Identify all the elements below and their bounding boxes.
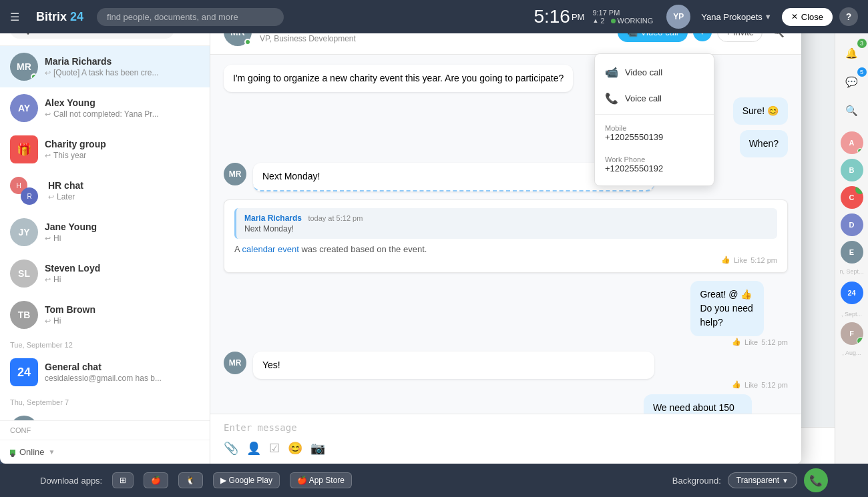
- phone-call-btn[interactable]: 📞: [804, 468, 828, 492]
- calendar-event-link[interactable]: calendar event: [242, 244, 299, 254]
- online-dot: ●: [10, 450, 15, 455]
- chat-item-charity-group[interactable]: 🎁 Charity group ↩ This year: [0, 129, 210, 170]
- right-date-label-3: , Aug...: [842, 350, 861, 356]
- chat-item-hr-chat[interactable]: H R HR chat ↩ Later: [0, 170, 210, 211]
- online-indicator: [31, 73, 37, 80]
- chat-name-jane: Jane Young: [45, 221, 200, 232]
- chat-preview: cesidalessio@gmail.com has b...: [45, 374, 200, 383]
- chat-item-maria-richards[interactable]: MR Maria Richards ↩ [Quote] A task has b…: [0, 46, 210, 87]
- windows-app-btn[interactable]: ⊞: [112, 472, 134, 488]
- right-chat-icon[interactable]: 💬 5: [839, 69, 865, 95]
- right-avatar-4[interactable]: D: [841, 213, 863, 236]
- chat-item-workgroup-faq[interactable]: WF Workgroup: "FAQ" Francesco D'Alessio …: [0, 409, 210, 420]
- reply-icon: ↩: [45, 110, 51, 119]
- bottom-bar: Download apps: ⊞ 🍎 🐧 ▶ Google Play 🍎 App…: [0, 464, 868, 497]
- right-bitrix24-icon[interactable]: 24: [839, 280, 865, 306]
- chat-name: HR chat: [48, 180, 200, 191]
- right-notifications-icon[interactable]: 🔔 3: [839, 40, 865, 67]
- user-dropdown-icon[interactable]: ▼: [765, 13, 772, 21]
- app-store-btn[interactable]: 🍎 App Store: [290, 472, 352, 488]
- right-search-icon[interactable]: 🔍: [839, 97, 865, 124]
- like-button-1[interactable]: Like: [734, 256, 747, 264]
- like-row-7: 👍 Like 5:12 pm: [253, 380, 788, 389]
- chat-item-steven-loyd[interactable]: SL Steven Loyd ↩ Hi: [0, 253, 210, 294]
- reply-icon: ↩: [45, 69, 51, 77]
- transparent-button[interactable]: Transparent ▼: [728, 472, 797, 488]
- chat-name: Tom Brown: [45, 304, 200, 315]
- global-search-input[interactable]: [97, 8, 284, 26]
- chevron-down-icon: ▼: [782, 477, 789, 484]
- message-time-6: 5:12 pm: [761, 338, 788, 346]
- message-input[interactable]: [224, 422, 788, 433]
- search-right-icon: 🔍: [845, 105, 858, 117]
- message-text: When?: [749, 138, 779, 149]
- chat-info-tom: Tom Brown ↩ Hi: [45, 304, 200, 326]
- attach-icon[interactable]: 📎: [224, 441, 238, 456]
- notifications-badge: 3: [857, 39, 867, 48]
- chat-name: General chat: [45, 362, 200, 372]
- online-dot: [857, 148, 863, 153]
- app-store-icon: 🍎 App Store: [297, 476, 345, 485]
- help-button[interactable]: ?: [839, 7, 858, 26]
- notification-time: 9:17 PM: [592, 9, 653, 17]
- like-button-6[interactable]: Like: [744, 338, 758, 346]
- mention-icon[interactable]: 👤: [246, 441, 261, 456]
- chat-info-hr: HR chat ↩ Later: [48, 180, 200, 201]
- chat-preview: ↩ Call not completed: Yana Pr...: [45, 109, 200, 119]
- checklist-icon[interactable]: ☑: [269, 441, 280, 456]
- close-x-icon: ✕: [791, 12, 798, 21]
- chat-info-charity: Charity group ↩ This year: [45, 139, 200, 160]
- chat-item-tom-brown[interactable]: TB Tom Brown ↩ Hi: [0, 294, 210, 336]
- right-avatar-3[interactable]: C: [841, 186, 863, 209]
- thumbs-icon: 👍: [732, 338, 741, 346]
- call-dropdown-menu: 📹 Video call 📞 Voice call Mobile +120255…: [594, 53, 714, 186]
- chat-item-general[interactable]: 24 General chat cesidalessio@gmail.com h…: [0, 352, 210, 393]
- right-avatar-2[interactable]: B: [841, 159, 863, 181]
- close-button[interactable]: ✕ Close: [782, 8, 833, 26]
- dropdown-divider: [595, 114, 714, 115]
- apple-app-btn[interactable]: 🍎: [144, 472, 168, 488]
- image-icon[interactable]: 📷: [310, 441, 325, 456]
- message-text: Next Monday!: [262, 171, 320, 181]
- right-avatar-5[interactable]: E: [841, 241, 863, 264]
- chat-avatar-alex: AY: [10, 94, 38, 122]
- thumbs-icon: 👍: [721, 256, 730, 264]
- google-play-btn[interactable]: ▶ Google Play: [213, 472, 280, 488]
- menu-icon[interactable]: ☰: [10, 11, 19, 23]
- right-avatar-6[interactable]: F: [841, 322, 863, 345]
- chat-avatar-general: 24: [10, 358, 38, 386]
- chat-item-alex-young[interactable]: AY Alex Young ↩ Call not completed: Yana…: [0, 87, 210, 129]
- work-phone-label: Work Phone: [605, 155, 704, 163]
- dropdown-voice-call[interactable]: 📞 Voice call: [595, 85, 714, 111]
- chat-avatar-hr: H R: [10, 177, 38, 205]
- message-time-7: 5:12 pm: [761, 381, 788, 389]
- dropdown-video-call[interactable]: 📹 Video call: [595, 59, 714, 85]
- message-time-1: 5:12 pm: [750, 256, 777, 264]
- message-text: Great! @ 👍Do you need help?: [700, 289, 752, 328]
- chat-avatar-tom: TB: [10, 301, 38, 329]
- clock-pm: PM: [572, 12, 585, 22]
- chat-preview: ↩ Later: [48, 192, 200, 201]
- chat-item-jane-young[interactable]: JY Jane Young ↩ Hi: [0, 211, 210, 253]
- message-bubble-8: We need about 150 invitations: [644, 394, 752, 414]
- chat-info-jane: Jane Young ↩ Hi: [45, 221, 200, 243]
- message-text: We need about 150 invitations: [653, 402, 734, 414]
- phone-green-icon: 📞: [809, 474, 823, 487]
- message-text: Sure! 😊: [742, 105, 779, 116]
- status-info: 9:17 PM ▲ 2 WORKING: [592, 9, 653, 25]
- emoji-icon[interactable]: 😊: [288, 441, 302, 456]
- quoted-message-1: Maria Richards today at 5:12 pm Next Mon…: [234, 208, 777, 239]
- date-section-sep7: Thu, September 7: [0, 393, 210, 409]
- chat-avatar-faq: WF: [10, 416, 38, 420]
- chat-preview: ↩ Hi: [45, 316, 200, 326]
- dropdown-arrow-icon: ▼: [49, 448, 55, 456]
- online-status[interactable]: ● Online ▼: [10, 447, 55, 457]
- right-avatar-1[interactable]: A: [841, 131, 863, 154]
- msg-avatar-4: MR: [224, 163, 246, 185]
- green-badge: [857, 337, 863, 345]
- msg-content-6: Great! @ 👍Do you need help? 👍 Like 5:12 …: [690, 281, 788, 346]
- bell-right-icon: 🔔: [845, 47, 858, 59]
- chat-avatar-charity: 🎁: [10, 135, 38, 163]
- linux-app-btn[interactable]: 🐧: [178, 472, 203, 488]
- like-button-7[interactable]: Like: [744, 381, 758, 389]
